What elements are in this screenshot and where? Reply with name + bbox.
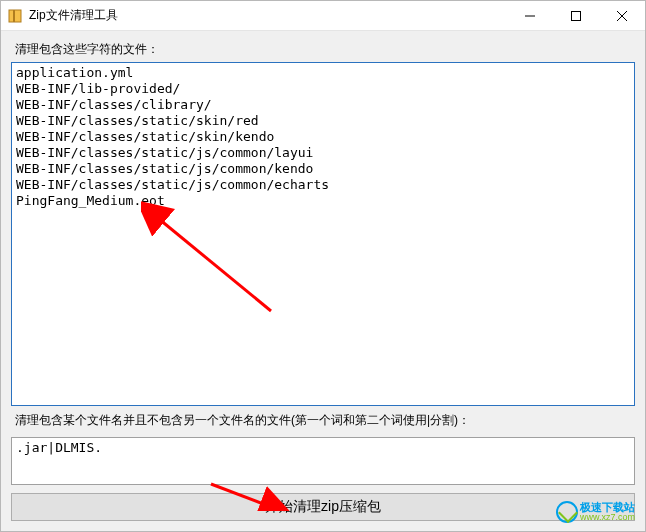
svg-rect-1: [13, 10, 15, 22]
filter-chars-textbox-wrap: [11, 62, 635, 406]
start-clean-button[interactable]: 开始清理zip压缩包: [11, 493, 635, 521]
maximize-button[interactable]: [553, 1, 599, 30]
section2-label: 清理包含某个文件名并且不包含另一个文件名的文件(第一个词和第二个词使用|分割)：: [15, 412, 635, 429]
include-exclude-textbox[interactable]: [12, 438, 634, 484]
filter-chars-textbox[interactable]: [12, 63, 634, 405]
window-title: Zip文件清理工具: [29, 7, 507, 24]
section1-label: 清理包含这些字符的文件：: [15, 41, 635, 58]
titlebar: Zip文件清理工具: [1, 1, 645, 31]
app-window: Zip文件清理工具 清理包含这些字符的文件： 清理包含某个文件名并且不包含另一个…: [0, 0, 646, 532]
app-icon: [7, 8, 23, 24]
svg-rect-3: [572, 11, 581, 20]
start-clean-button-label: 开始清理zip压缩包: [265, 498, 381, 516]
close-button[interactable]: [599, 1, 645, 30]
minimize-button[interactable]: [507, 1, 553, 30]
client-area: 清理包含这些字符的文件： 清理包含某个文件名并且不包含另一个文件名的文件(第一个…: [1, 31, 645, 531]
include-exclude-textbox-wrap: [11, 437, 635, 485]
window-controls: [507, 1, 645, 30]
